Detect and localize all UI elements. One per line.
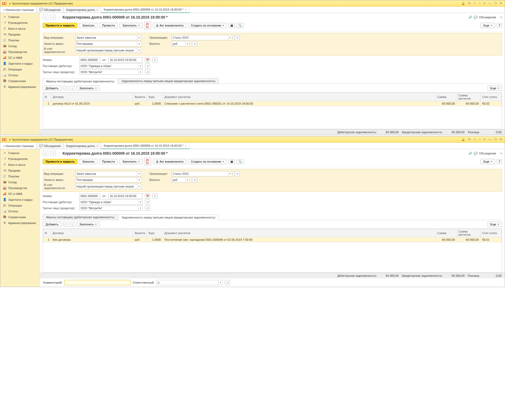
currency-select[interactable]: руб.▾ [171,177,190,182]
sidebar-item-production[interactable]: 🏭Производство [0,185,40,191]
sidebar-item-operations[interactable]: ДтОперации [0,66,40,72]
supplier-select[interactable]: ООО "Одежда и обувь"▾ [79,199,143,205]
sidebar-item-salary[interactable]: 👤Зарплата и кадры [0,61,40,66]
main-menu-icon[interactable]: ≡ [9,2,11,5]
supplier-select[interactable]: ООО "Одежда и обувь"▾ [79,63,143,69]
move-up-button[interactable]: ↑ [63,86,68,91]
post-button[interactable]: Провести [99,23,118,28]
settings-icon[interactable]: ○ [479,138,481,141]
star-icon[interactable]: ☆ [473,2,476,5]
comment-input[interactable] [64,280,131,285]
subtab-third-debt[interactable]: Задолженность перед третьим лицом (креди… [118,215,219,220]
op-type-select[interactable]: Зачет авансов▾ [75,35,141,40]
sidebar-item-warehouse[interactable]: 📦Склад [0,43,40,49]
home-tab[interactable]: ⌂ Начальная страница [0,143,37,149]
menu-lines-icon[interactable]: ≡ [484,138,485,141]
calendar-icon[interactable]: 📅 [145,57,150,62]
table-more-button[interactable]: Еще▾ [488,86,502,91]
fill-button[interactable]: Заполнить▾ [119,159,142,164]
sidebar-item-salary[interactable]: 👤Зарплата и кадры [0,197,40,203]
discussion-label[interactable]: Обсуждение [479,152,496,155]
link-icon[interactable]: 🔗 [468,16,472,19]
table-more-button[interactable]: Еще▾ [488,222,502,227]
help-button[interactable]: ? [497,23,502,28]
col-account[interactable]: Счет учета [481,93,502,101]
sidebar-item-assets[interactable]: 🚚ОС и НМА [0,55,40,61]
star-icon[interactable]: ☆ [473,138,476,141]
post-and-close-button[interactable]: Провести и закрыть [43,159,78,164]
tab-close-icon[interactable]: × [185,144,187,147]
forward-button[interactable]: → [50,15,56,20]
chat-icon[interactable]: 💬 [474,16,477,19]
tab-close-icon[interactable]: × [96,8,98,11]
col-currency[interactable]: Валюта [133,93,147,101]
sidebar-item-reports[interactable]: 📊Отчеты [0,72,40,78]
open-org-button[interactable]: ↗ [234,171,240,176]
tab-debt-correction[interactable]: Корректировка долга × [64,7,101,13]
col-rate[interactable]: Курс [147,93,163,101]
number-input[interactable]: 0001-000009 [79,193,100,199]
offset-select[interactable]: Поставщику▾ [75,177,141,182]
add-row-button[interactable]: Добавить [43,222,61,227]
debt-for-select[interactable]: Нашей организации перед третьим лицом▾ [75,184,141,189]
tab-debt-correction-doc[interactable]: Корректировка долга 0001-000009 от 16.10… [101,7,190,13]
menu-lines-icon[interactable]: ≡ [484,2,485,5]
sidebar-item-dictionaries[interactable]: 📚Справочники [0,78,40,84]
col-n[interactable]: N [43,229,51,237]
move-down-button[interactable]: ↓ [70,86,75,91]
date-input[interactable]: 16.10.2019 19:00:00 [108,193,143,199]
open-responsible-button[interactable]: ↗ [225,280,230,285]
org-select[interactable]: Стиль ООО▾ [171,171,232,176]
col-doc[interactable]: Документ расчетов [163,229,435,237]
close-panel-icon[interactable]: × [500,152,502,155]
close-panel-icon[interactable]: × [500,16,502,19]
sidebar-item-sales[interactable]: 🛍Продажи [0,168,40,173]
dtkt-button[interactable]: ДтКт [144,158,151,166]
open-supplier-button[interactable]: ↗ [145,199,150,205]
back-button[interactable]: ← [43,15,48,20]
minimize-icon[interactable]: — [488,2,491,5]
expand-icon[interactable]: ⤢ [152,57,158,62]
col-n[interactable]: N [43,93,51,101]
move-up-button[interactable]: ↑ [63,222,68,227]
post-and-close-button[interactable]: Провести и закрыть [43,23,78,28]
fill-rows-button[interactable]: Заполнить▾ [77,222,100,227]
sidebar-item-warehouse[interactable]: 📦Склад [0,179,40,185]
col-currency[interactable]: Валюта [133,229,147,237]
fill-rows-button[interactable]: Заполнить▾ [77,86,100,91]
create-based-button[interactable]: Создать на основании▾ [188,159,227,164]
offset-select[interactable]: Поставщику▾ [75,41,141,46]
forward-button[interactable]: → [50,151,56,156]
org-select[interactable]: Стиль ООО▾ [171,35,232,40]
subtab-advances[interactable]: Авансы поставщику (дебиторская задолженн… [43,214,118,220]
move-down-button[interactable]: ↓ [70,222,75,227]
calendar-icon[interactable]: 📅 [145,193,150,199]
table-row[interactable]: 1 Без договора руб. 1,0000 Поступление (… [43,237,502,242]
sidebar-item-manager[interactable]: ↗Руководителю [0,156,40,162]
debt-for-select[interactable]: Нашей организации перед третьим лицом▾ [75,48,141,53]
tab-debt-correction[interactable]: Корректировка долга× [64,143,101,149]
link-icon[interactable]: 🔗 [468,152,472,155]
more-button[interactable]: Еще▾ [480,159,495,164]
home-tab[interactable]: ⌂ Начальная страница [0,7,37,13]
add-row-button[interactable]: Добавить [43,86,61,91]
col-sum-calc[interactable]: Сумма расчетов [457,229,481,237]
close-icon[interactable]: ✕ [500,2,502,5]
tab-discussions[interactable]: 💬 Обсуждения [37,7,64,13]
structure-button[interactable]: ▦ [229,23,235,28]
chat-icon[interactable]: 💬 [474,152,477,155]
favorite-icon[interactable]: ☆ [57,15,61,19]
more-button[interactable]: Еще▾ [480,23,495,28]
col-contract[interactable]: Договор [51,93,133,101]
col-rate[interactable]: Курс [147,229,163,237]
table-row[interactable]: 1 договор №13 от 01.06.2019 руб. 1,0000 … [43,101,502,106]
col-account[interactable]: Счет учета [481,229,502,237]
subtab-advances[interactable]: Авансы поставщику (дебиторская задолженн… [43,78,118,84]
tab-close-icon[interactable]: × [185,8,187,11]
open-third-button[interactable]: ↗ [145,69,150,75]
structure-button[interactable]: ▦ [229,159,235,164]
tab-discussions[interactable]: 💬 Обсуждения [37,143,64,149]
third-debt-table[interactable]: N Договор Валюта Курс Документ расчетов … [43,229,502,242]
tab-debt-correction-doc[interactable]: Корректировка долга 0001-000009 от 16.10… [101,143,190,149]
open-currency-button[interactable]: ↗ [192,41,197,46]
